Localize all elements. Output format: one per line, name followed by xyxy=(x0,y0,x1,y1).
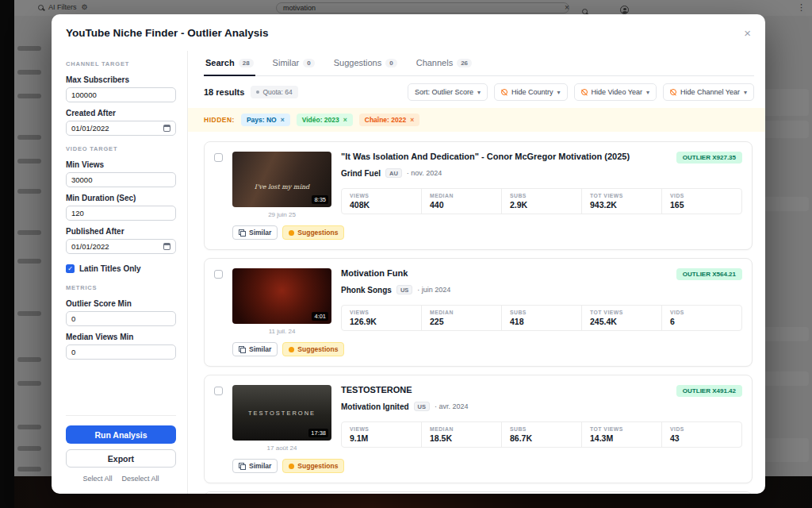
stat-value: 418 xyxy=(510,317,573,326)
latin-titles-checkbox[interactable]: ✓ xyxy=(66,264,75,273)
chip-label: Vidéo: 2023 xyxy=(302,116,339,124)
stat-cell: VIEWS126.9K xyxy=(342,306,421,330)
tab-suggestions[interactable]: Suggestions 0 xyxy=(332,51,399,76)
stat-cell: MEDIAN18.5K xyxy=(421,422,501,447)
quota-badge: Quota: 64 xyxy=(251,86,297,98)
stat-value: 126.9K xyxy=(350,317,413,326)
video-thumbnail[interactable]: TESTOSTERONE 17:38 xyxy=(232,385,331,441)
modal-header: YouTube Niche Finder - Outlier Analysis … xyxy=(52,14,765,51)
suggestions-button[interactable]: Suggestions xyxy=(282,459,344,473)
similar-button[interactable]: Similar xyxy=(232,459,278,473)
channel-name[interactable]: Grind Fuel xyxy=(341,169,381,178)
similar-icon xyxy=(239,229,246,237)
outlier-score-min-input[interactable] xyxy=(66,311,176,326)
sidebar-divider xyxy=(66,415,176,416)
channel-name[interactable]: Motivation Ignited xyxy=(341,402,409,411)
hidden-label: HIDDEN: xyxy=(204,116,235,124)
created-after-label: Created After xyxy=(66,109,176,117)
chevron-down-icon: ▾ xyxy=(744,89,747,96)
bulb-icon xyxy=(289,230,294,236)
video-thumbnail[interactable]: I've lost my mind 8:35 xyxy=(232,152,331,207)
similar-label: Similar xyxy=(249,229,271,237)
export-button[interactable]: Export xyxy=(66,449,176,468)
tab-count-badge: 26 xyxy=(457,59,472,67)
country-badge: AU xyxy=(385,168,402,178)
thumbnail-column: 4:01 11 juil. 24 Similar Suggestions xyxy=(232,268,331,356)
toolbar-right: Sort: Outlier Score ▾ Hide Country ▾ Hid… xyxy=(408,83,754,101)
stat-label: TOT VIEWS xyxy=(590,310,653,315)
channel-name[interactable]: Phonk Songs xyxy=(341,286,392,294)
created-after-input[interactable]: 01/01/2022 xyxy=(66,121,176,136)
max-subscribers-input[interactable] xyxy=(66,87,176,102)
modal-body: CHANNEL TARGET Max Subscribers Created A… xyxy=(52,51,765,494)
stat-label: MEDIAN xyxy=(430,310,493,315)
section-channel-target: CHANNEL TARGET xyxy=(66,60,176,67)
stat-cell: TOT VIEWS14.3M xyxy=(581,422,661,447)
run-analysis-button[interactable]: Run Analysis xyxy=(66,425,176,444)
published-after-input[interactable]: 01/01/2022 xyxy=(66,239,176,254)
video-thumbnail[interactable]: 4:01 xyxy=(232,268,331,324)
stat-label: SUBS xyxy=(510,310,573,315)
min-duration-input[interactable] xyxy=(66,206,176,221)
similar-button[interactable]: Similar xyxy=(232,225,278,240)
selection-links: Select All Deselect All xyxy=(66,475,176,483)
result-checkbox[interactable] xyxy=(214,153,223,162)
tab-label: Suggestions xyxy=(334,58,382,67)
results-list: I've lost my mind 8:35 29 juin 25 Simila… xyxy=(204,132,754,494)
result-card: Be Unstoppable OUTLIER X425.59 Motivatio… xyxy=(204,491,753,494)
tab-channels[interactable]: Channels 26 xyxy=(415,51,473,76)
stat-cell: TOT VIEWS943.2K xyxy=(581,189,661,214)
remove-chip-icon[interactable]: × xyxy=(281,116,285,124)
bulb-icon xyxy=(289,464,294,469)
stat-value: 408K xyxy=(350,200,413,210)
outlier-badge: OUTLIER X927.35 xyxy=(676,152,742,164)
stat-value: 14.3M xyxy=(590,433,653,443)
hidden-chip-video-year: Vidéo: 2023 × xyxy=(297,114,353,126)
bulb-icon xyxy=(289,347,294,352)
hide-country-dropdown[interactable]: Hide Country ▾ xyxy=(494,83,568,101)
video-title[interactable]: Motivation Funk xyxy=(341,268,408,278)
suggestions-button[interactable]: Suggestions xyxy=(282,342,344,356)
tab-similar[interactable]: Similar 0 xyxy=(271,51,316,76)
video-title[interactable]: "It Was Isolation And Dedication" - Cono… xyxy=(341,152,630,161)
tab-count-badge: 0 xyxy=(385,59,396,67)
similar-icon xyxy=(239,346,246,353)
niche-finder-modal: YouTube Niche Finder - Outlier Analysis … xyxy=(52,14,765,494)
stat-value: 943.2K xyxy=(590,200,653,210)
result-checkbox[interactable] xyxy=(214,270,223,279)
sort-dropdown[interactable]: Sort: Outlier Score ▾ xyxy=(408,83,488,101)
chip-label: Pays: NO xyxy=(247,116,277,124)
result-checkbox[interactable] xyxy=(214,387,223,395)
card-top-row: Motivation Funk OUTLIER X564.21 xyxy=(341,268,742,280)
stat-value: 9.1M xyxy=(350,433,413,443)
video-title[interactable]: TESTOSTERONE xyxy=(341,385,412,394)
remove-chip-icon[interactable]: × xyxy=(410,116,414,124)
tab-search[interactable]: Search 28 xyxy=(204,51,255,76)
deselect-all-link[interactable]: Deselect All xyxy=(122,475,159,483)
stat-value: 245.4K xyxy=(590,317,653,326)
stat-value: 43 xyxy=(670,433,733,443)
section-metrics: METRICS xyxy=(66,284,176,291)
remove-chip-icon[interactable]: × xyxy=(343,116,347,124)
hide-video-year-dropdown[interactable]: Hide Video Year ▾ xyxy=(574,83,657,101)
close-icon[interactable]: × xyxy=(744,27,751,39)
median-views-min-input[interactable] xyxy=(66,344,176,360)
hidden-filters-row: HIDDEN: Pays: NO × Vidéo: 2023 × Chaîne:… xyxy=(188,108,765,132)
suggestions-button[interactable]: Suggestions xyxy=(282,225,344,240)
select-all-link[interactable]: Select All xyxy=(82,475,112,483)
stats-row: VIEWS126.9KMEDIAN225SUBS418TOT VIEWS245.… xyxy=(341,305,742,331)
stat-label: TOT VIEWS xyxy=(590,426,653,432)
video-duration: 8:35 xyxy=(312,195,328,204)
results-toolbar: 18 results Quota: 64 Sort: Outlier Score… xyxy=(204,76,754,108)
min-views-input[interactable] xyxy=(66,172,176,187)
channel-row: Phonk Songs US · juin 2024 xyxy=(341,285,742,294)
channel-row: Grind Fuel AU · nov. 2024 xyxy=(341,168,742,178)
stat-cell: VIDS6 xyxy=(661,306,741,330)
hide-channel-year-dropdown[interactable]: Hide Channel Year ▾ xyxy=(663,83,754,101)
stat-value: 225 xyxy=(430,317,493,326)
sort-label: Sort: Outlier Score xyxy=(415,88,473,96)
stat-cell: SUBS86.7K xyxy=(501,422,581,447)
similar-button[interactable]: Similar xyxy=(232,342,278,356)
stat-label: VIEWS xyxy=(350,426,413,432)
stat-value: 2.9K xyxy=(510,200,573,210)
